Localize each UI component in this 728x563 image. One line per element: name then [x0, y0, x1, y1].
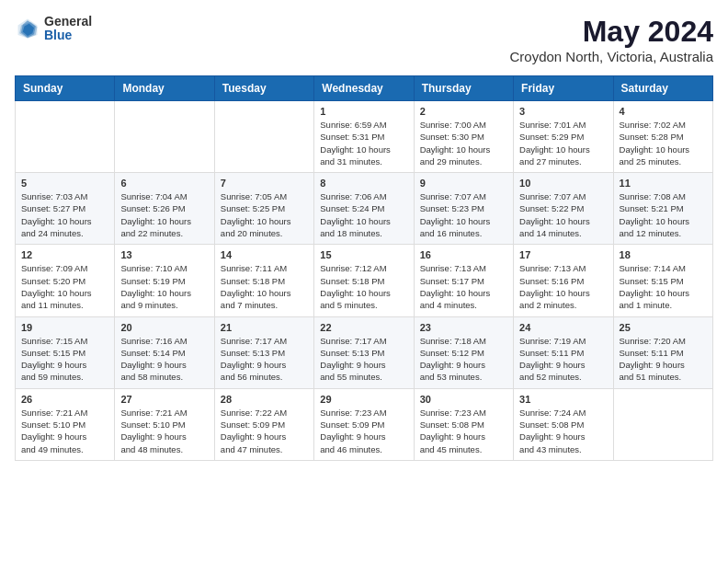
- day-info: Sunrise: 7:19 AMSunset: 5:11 PMDaylight:…: [519, 335, 607, 384]
- day-number: 9: [420, 178, 507, 189]
- calendar-cell: 23Sunrise: 7:18 AMSunset: 5:12 PMDayligh…: [414, 316, 513, 388]
- day-number: 6: [120, 178, 208, 189]
- day-number: 17: [519, 249, 607, 260]
- day-number: 12: [21, 249, 108, 260]
- calendar-cell: 17Sunrise: 7:13 AMSunset: 5:16 PMDayligh…: [514, 245, 613, 316]
- calendar-cell: 21Sunrise: 7:17 AMSunset: 5:13 PMDayligh…: [214, 316, 313, 388]
- calendar-cell: 12Sunrise: 7:09 AMSunset: 5:20 PMDayligh…: [16, 245, 115, 316]
- day-number: 18: [620, 249, 707, 260]
- day-info: Sunrise: 7:04 AMSunset: 5:26 PMDaylight:…: [120, 190, 208, 239]
- calendar-cell: 26Sunrise: 7:21 AMSunset: 5:10 PMDayligh…: [16, 388, 115, 460]
- day-number: 28: [221, 394, 308, 405]
- calendar-header-row: SundayMondayTuesdayWednesdayThursdayFrid…: [16, 76, 713, 101]
- day-info: Sunrise: 7:07 AMSunset: 5:22 PMDaylight:…: [519, 190, 607, 239]
- day-number: 13: [120, 249, 208, 260]
- calendar-cell: 27Sunrise: 7:21 AMSunset: 5:10 PMDayligh…: [115, 388, 214, 460]
- calendar-week-row: 26Sunrise: 7:21 AMSunset: 5:10 PMDayligh…: [16, 388, 713, 460]
- calendar-cell: 13Sunrise: 7:10 AMSunset: 5:19 PMDayligh…: [115, 245, 214, 316]
- calendar-cell: 25Sunrise: 7:20 AMSunset: 5:11 PMDayligh…: [613, 316, 712, 388]
- calendar-table: SundayMondayTuesdayWednesdayThursdayFrid…: [15, 75, 713, 461]
- day-info: Sunrise: 7:08 AMSunset: 5:21 PMDaylight:…: [620, 190, 707, 239]
- day-number: 11: [620, 178, 707, 189]
- day-number: 21: [221, 322, 308, 333]
- day-info: Sunrise: 7:23 AMSunset: 5:08 PMDaylight:…: [420, 407, 507, 455]
- calendar-cell: 31Sunrise: 7:24 AMSunset: 5:08 PMDayligh…: [514, 388, 613, 460]
- calendar-week-row: 1Sunrise: 6:59 AMSunset: 5:31 PMDaylight…: [16, 101, 713, 173]
- calendar-cell: 3Sunrise: 7:01 AMSunset: 5:29 PMDaylight…: [514, 101, 613, 173]
- day-number: 31: [519, 394, 607, 405]
- page-title: May 2024: [510, 15, 714, 49]
- day-info: Sunrise: 7:21 AMSunset: 5:10 PMDaylight:…: [21, 407, 108, 455]
- calendar-cell: 16Sunrise: 7:13 AMSunset: 5:17 PMDayligh…: [414, 245, 513, 316]
- day-info: Sunrise: 7:12 AMSunset: 5:18 PMDaylight:…: [320, 262, 407, 311]
- day-info: Sunrise: 7:16 AMSunset: 5:14 PMDaylight:…: [120, 335, 208, 384]
- calendar-week-row: 12Sunrise: 7:09 AMSunset: 5:20 PMDayligh…: [16, 245, 713, 316]
- day-number: 19: [21, 322, 108, 333]
- day-number: 26: [21, 394, 108, 405]
- weekday-header: Thursday: [414, 76, 513, 101]
- title-section: May 2024 Croydon North, Victoria, Austra…: [510, 15, 714, 64]
- day-number: 22: [320, 322, 407, 333]
- weekday-header: Tuesday: [214, 76, 313, 101]
- calendar-week-row: 19Sunrise: 7:15 AMSunset: 5:15 PMDayligh…: [16, 316, 713, 388]
- day-number: 5: [21, 178, 108, 189]
- day-info: Sunrise: 7:15 AMSunset: 5:15 PMDaylight:…: [21, 335, 108, 384]
- calendar-cell: 11Sunrise: 7:08 AMSunset: 5:21 PMDayligh…: [613, 173, 712, 245]
- weekday-header: Sunday: [16, 76, 115, 101]
- day-number: 3: [519, 106, 607, 117]
- day-number: 15: [320, 249, 407, 260]
- calendar-cell: 2Sunrise: 7:00 AMSunset: 5:30 PMDaylight…: [414, 101, 513, 173]
- day-info: Sunrise: 7:17 AMSunset: 5:13 PMDaylight:…: [221, 335, 308, 384]
- day-number: 25: [620, 322, 707, 333]
- logo-icon: [15, 16, 40, 41]
- day-number: 4: [620, 106, 707, 117]
- day-info: Sunrise: 7:06 AMSunset: 5:24 PMDaylight:…: [320, 190, 407, 239]
- day-info: Sunrise: 7:02 AMSunset: 5:28 PMDaylight:…: [620, 119, 707, 167]
- day-info: Sunrise: 7:17 AMSunset: 5:13 PMDaylight:…: [320, 335, 407, 384]
- calendar-cell: 29Sunrise: 7:23 AMSunset: 5:09 PMDayligh…: [314, 388, 414, 460]
- day-number: 23: [420, 322, 507, 333]
- day-info: Sunrise: 7:21 AMSunset: 5:10 PMDaylight:…: [120, 407, 208, 455]
- day-number: 20: [120, 322, 208, 333]
- weekday-header: Monday: [115, 76, 214, 101]
- calendar-cell: [16, 101, 115, 173]
- calendar-cell: 6Sunrise: 7:04 AMSunset: 5:26 PMDaylight…: [115, 173, 214, 245]
- day-info: Sunrise: 7:22 AMSunset: 5:09 PMDaylight:…: [221, 407, 308, 455]
- calendar-cell: [613, 388, 712, 460]
- day-info: Sunrise: 7:03 AMSunset: 5:27 PMDaylight:…: [21, 190, 108, 239]
- calendar-cell: 5Sunrise: 7:03 AMSunset: 5:27 PMDaylight…: [16, 173, 115, 245]
- day-number: 30: [420, 394, 507, 405]
- calendar-cell: 8Sunrise: 7:06 AMSunset: 5:24 PMDaylight…: [314, 173, 414, 245]
- calendar-cell: 20Sunrise: 7:16 AMSunset: 5:14 PMDayligh…: [115, 316, 214, 388]
- day-number: 8: [320, 178, 407, 189]
- calendar-cell: 24Sunrise: 7:19 AMSunset: 5:11 PMDayligh…: [514, 316, 613, 388]
- logo-text: General Blue: [44, 15, 92, 43]
- day-info: Sunrise: 7:11 AMSunset: 5:18 PMDaylight:…: [221, 262, 308, 311]
- day-info: Sunrise: 7:01 AMSunset: 5:29 PMDaylight:…: [519, 119, 607, 167]
- calendar-cell: 1Sunrise: 6:59 AMSunset: 5:31 PMDaylight…: [314, 101, 414, 173]
- calendar-cell: 28Sunrise: 7:22 AMSunset: 5:09 PMDayligh…: [214, 388, 313, 460]
- day-info: Sunrise: 7:00 AMSunset: 5:30 PMDaylight:…: [420, 119, 507, 167]
- day-info: Sunrise: 7:13 AMSunset: 5:17 PMDaylight:…: [420, 262, 507, 311]
- page-header: General Blue May 2024 Croydon North, Vic…: [15, 15, 713, 64]
- day-info: Sunrise: 7:10 AMSunset: 5:19 PMDaylight:…: [120, 262, 208, 311]
- logo-general: General: [44, 15, 92, 29]
- day-info: Sunrise: 7:13 AMSunset: 5:16 PMDaylight:…: [519, 262, 607, 311]
- calendar-cell: 19Sunrise: 7:15 AMSunset: 5:15 PMDayligh…: [16, 316, 115, 388]
- calendar-cell: 30Sunrise: 7:23 AMSunset: 5:08 PMDayligh…: [414, 388, 513, 460]
- day-info: Sunrise: 6:59 AMSunset: 5:31 PMDaylight:…: [320, 119, 407, 167]
- day-number: 14: [221, 249, 308, 260]
- day-info: Sunrise: 7:20 AMSunset: 5:11 PMDaylight:…: [620, 335, 707, 384]
- page-subtitle: Croydon North, Victoria, Australia: [510, 49, 714, 64]
- calendar-cell: 4Sunrise: 7:02 AMSunset: 5:28 PMDaylight…: [613, 101, 712, 173]
- day-number: 7: [221, 178, 308, 189]
- weekday-header: Wednesday: [314, 76, 414, 101]
- day-info: Sunrise: 7:07 AMSunset: 5:23 PMDaylight:…: [420, 190, 507, 239]
- day-info: Sunrise: 7:23 AMSunset: 5:09 PMDaylight:…: [320, 407, 407, 455]
- calendar-cell: 10Sunrise: 7:07 AMSunset: 5:22 PMDayligh…: [514, 173, 613, 245]
- calendar-cell: 18Sunrise: 7:14 AMSunset: 5:15 PMDayligh…: [613, 245, 712, 316]
- day-number: 10: [519, 178, 607, 189]
- day-info: Sunrise: 7:24 AMSunset: 5:08 PMDaylight:…: [519, 407, 607, 455]
- calendar-cell: 22Sunrise: 7:17 AMSunset: 5:13 PMDayligh…: [314, 316, 414, 388]
- day-number: 24: [519, 322, 607, 333]
